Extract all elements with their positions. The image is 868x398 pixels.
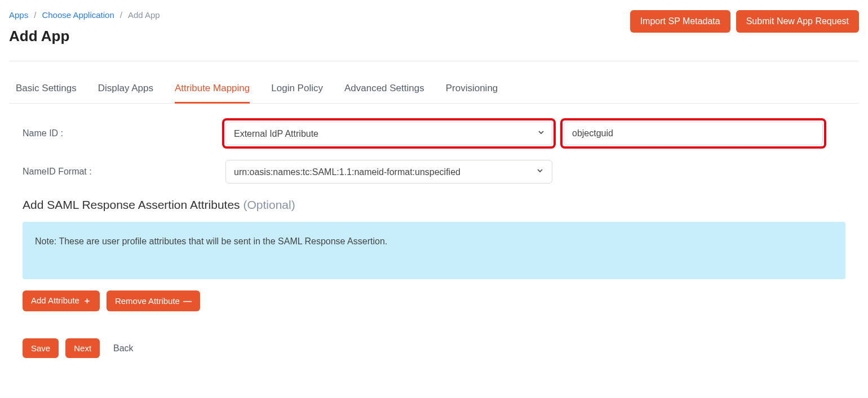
import-sp-metadata-button[interactable]: Import SP Metadata (630, 10, 730, 33)
tab-display-apps[interactable]: Display Apps (98, 78, 153, 104)
next-button[interactable]: Next (65, 338, 100, 358)
tab-login-policy[interactable]: Login Policy (271, 78, 323, 104)
name-id-select[interactable]: External IdP Attribute (225, 122, 552, 145)
nameid-format-label: NameID Format : (23, 167, 214, 177)
breadcrumb-link-choose-application[interactable]: Choose Application (42, 10, 114, 20)
back-link[interactable]: Back (113, 343, 134, 354)
name-id-label: Name ID : (23, 128, 214, 138)
section-title: Add SAML Response Assertion Attributes (… (23, 198, 845, 212)
tabs: Basic Settings Display Apps Attribute Ma… (9, 78, 859, 104)
plus-icon: ＋ (83, 296, 91, 305)
note-box: Note: These are user profile attributes … (23, 222, 845, 279)
breadcrumb-current: Add App (128, 10, 160, 20)
add-attribute-button[interactable]: Add Attribute＋ (23, 290, 100, 311)
divider (9, 61, 859, 61)
breadcrumb-separator: / (120, 10, 122, 20)
tab-basic-settings[interactable]: Basic Settings (16, 78, 77, 104)
breadcrumb-separator: / (34, 10, 36, 20)
save-button[interactable]: Save (23, 338, 59, 358)
add-attribute-label: Add Attribute (31, 296, 79, 305)
tab-advanced-settings[interactable]: Advanced Settings (344, 78, 424, 104)
page-title: Add App (9, 28, 160, 45)
breadcrumb-link-apps[interactable]: Apps (9, 10, 28, 20)
tab-provisioning[interactable]: Provisioning (446, 78, 498, 104)
minus-icon: — (183, 296, 192, 306)
name-id-text-input[interactable] (564, 122, 823, 145)
tab-attribute-mapping[interactable]: Attribute Mapping (175, 78, 250, 104)
nameid-format-select[interactable]: urn:oasis:names:tc:SAML:1.1:nameid-forma… (225, 160, 552, 184)
breadcrumb: Apps / Choose Application / Add App (9, 10, 160, 20)
submit-new-app-request-button[interactable]: Submit New App Request (736, 10, 859, 33)
remove-attribute-label: Remove Attribute (115, 296, 180, 306)
remove-attribute-button[interactable]: Remove Attribute— (107, 290, 200, 311)
section-optional: (Optional) (243, 198, 295, 211)
section-title-text: Add SAML Response Assertion Attributes (23, 198, 240, 211)
